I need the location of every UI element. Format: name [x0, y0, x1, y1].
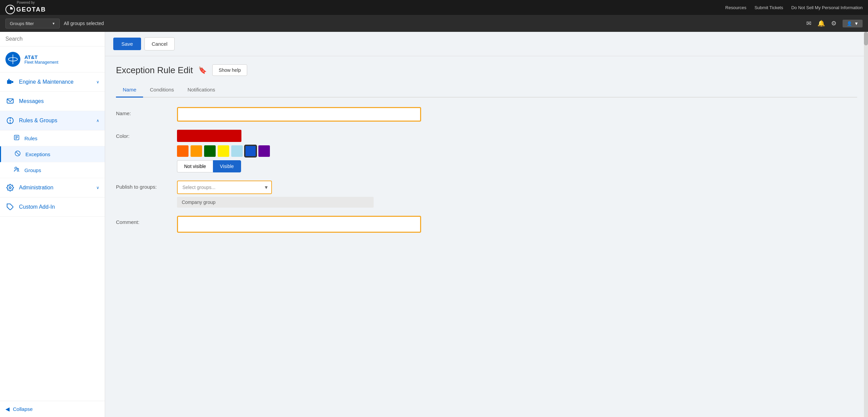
- geotab-brand-text: GEOTAB: [16, 6, 46, 13]
- svg-point-20: [9, 187, 11, 189]
- color-swatch-orange-red[interactable]: [177, 145, 189, 157]
- save-button[interactable]: Save: [113, 38, 141, 50]
- user-dropdown-arrow: ▼: [854, 21, 859, 26]
- rules-sub-label: Rules: [24, 135, 37, 141]
- collapse-label: Collapse: [13, 406, 33, 412]
- rules-groups-label: Rules & Groups: [19, 118, 57, 124]
- administration-arrow-icon: ∨: [96, 185, 99, 190]
- not-visible-button[interactable]: Not visible: [177, 160, 213, 172]
- form-row-name: Name:: [116, 107, 421, 122]
- groups-filter-arrow-icon: ▼: [52, 22, 55, 25]
- form-section: Name: Color:: [116, 107, 421, 233]
- color-swatch-purple[interactable]: [258, 145, 270, 157]
- select-groups-wrapper: Select groups... ▼: [177, 181, 272, 194]
- svg-rect-4: [7, 80, 12, 84]
- tab-conditions[interactable]: Conditions: [143, 83, 181, 98]
- form-row-color: Color: Not visible: [116, 130, 421, 172]
- groups-sub-label: Groups: [24, 167, 41, 173]
- svg-rect-6: [8, 79, 10, 80]
- color-control: Not visible Visible: [177, 130, 421, 172]
- select-groups-dropdown[interactable]: Select groups...: [177, 181, 272, 194]
- rules-sub-icon: [14, 134, 20, 142]
- tab-name[interactable]: Name: [116, 83, 143, 98]
- collapse-icon: ◀: [5, 406, 9, 412]
- gear-icon-button[interactable]: ⚙: [831, 20, 836, 27]
- publish-control: Select groups... ▼ Company group: [177, 181, 421, 208]
- submit-tickets-link[interactable]: Submit Tickets: [754, 5, 783, 10]
- color-swatches: [177, 145, 421, 157]
- page-header: Exception Rule Edit 🔖 Show help: [116, 64, 857, 76]
- comment-control: [177, 216, 421, 233]
- logo: Powered by GEOTAB: [5, 1, 46, 14]
- groups-filter-value: All groups selected: [64, 21, 104, 26]
- sidebar-item-administration[interactable]: Administration ∨: [0, 178, 105, 197]
- page-body: Exception Rule Edit 🔖 Show help Name Con…: [105, 56, 868, 417]
- sidebar-search: [0, 32, 105, 46]
- att-logo-icon: [8, 54, 18, 64]
- filter-bar-icons: ✉ 🔔 ⚙ 👤 ▼: [806, 20, 863, 27]
- name-input[interactable]: [177, 107, 421, 122]
- rules-groups-arrow-icon: ∧: [96, 118, 99, 123]
- visibility-buttons: Not visible Visible: [177, 160, 421, 172]
- exceptions-sub-label: Exceptions: [25, 151, 50, 157]
- sidebar-item-rules-groups[interactable]: Rules & Groups ∧: [0, 111, 105, 130]
- groups-filter-button[interactable]: Groups filter ▼: [5, 19, 60, 28]
- publish-label: Publish to groups:: [116, 181, 170, 190]
- custom-addon-icon: [5, 202, 15, 212]
- engine-maintenance-label: Engine & Maintenance: [19, 79, 74, 85]
- top-bar: Powered by GEOTAB Resources Submit Ticke…: [0, 0, 868, 15]
- color-display[interactable]: [177, 130, 241, 142]
- svg-line-17: [16, 152, 20, 155]
- resources-link[interactable]: Resources: [725, 5, 746, 10]
- sidebar-sub-item-exceptions[interactable]: Exceptions: [0, 146, 105, 162]
- app-layout: AT&T Fleet Management Engine & Maintenan…: [0, 32, 868, 417]
- engine-maintenance-arrow-icon: ∨: [96, 80, 99, 84]
- svg-rect-5: [12, 81, 13, 83]
- color-swatch-yellow[interactable]: [218, 145, 229, 157]
- color-swatch-blue[interactable]: [245, 145, 256, 157]
- page-title: Exception Rule Edit: [116, 65, 193, 76]
- brand-text: AT&T Fleet Management: [24, 54, 58, 65]
- bell-icon-button[interactable]: 🔔: [817, 20, 825, 27]
- cancel-button[interactable]: Cancel: [144, 37, 175, 50]
- comment-input[interactable]: [177, 216, 421, 233]
- tabs: Name Conditions Notifications: [116, 83, 857, 98]
- sidebar-sub-item-groups[interactable]: Groups: [0, 162, 105, 178]
- company-name: AT&T: [24, 54, 58, 60]
- tab-notifications[interactable]: Notifications: [181, 83, 222, 98]
- user-menu-button[interactable]: 👤 ▼: [843, 20, 863, 27]
- administration-label: Administration: [19, 185, 53, 191]
- brand-icon: [5, 52, 20, 67]
- color-swatch-orange[interactable]: [191, 145, 202, 157]
- sidebar-item-messages[interactable]: Messages: [0, 92, 105, 111]
- svg-point-18: [15, 167, 17, 169]
- company-subtitle: Fleet Management: [24, 60, 58, 65]
- privacy-link[interactable]: Do Not Sell My Personal Information: [791, 5, 863, 10]
- show-help-button[interactable]: Show help: [212, 64, 247, 76]
- top-bar-links: Resources Submit Tickets Do Not Sell My …: [725, 5, 863, 10]
- scroll-thumb[interactable]: [864, 32, 868, 45]
- sidebar-sub-item-rules[interactable]: Rules: [0, 130, 105, 146]
- bookmark-icon[interactable]: 🔖: [198, 66, 207, 74]
- sidebar-brand: AT&T Fleet Management: [0, 46, 105, 72]
- main-content: Save Cancel Exception Rule Edit 🔖 Show h…: [105, 32, 868, 417]
- filter-bar: Groups filter ▼ All groups selected ✉ 🔔 …: [0, 15, 868, 32]
- color-swatch-light-blue[interactable]: [231, 145, 243, 157]
- groups-filter-label: Groups filter: [10, 21, 34, 26]
- custom-addon-label: Custom Add-In: [19, 204, 55, 210]
- engine-icon: [5, 77, 15, 87]
- scroll-track: [864, 32, 868, 417]
- svg-point-9: [10, 120, 11, 121]
- geotab-logo-icon: [5, 5, 15, 14]
- administration-icon: [5, 183, 15, 192]
- visible-button[interactable]: Visible: [213, 160, 241, 172]
- mail-icon-button[interactable]: ✉: [806, 20, 811, 27]
- powered-by-text: Powered by: [17, 1, 35, 5]
- messages-label: Messages: [19, 98, 44, 104]
- form-row-publish: Publish to groups: Select groups... ▼ Co…: [116, 181, 421, 208]
- sidebar-collapse[interactable]: ◀ Collapse: [0, 401, 105, 417]
- sidebar-item-custom-addon[interactable]: Custom Add-In: [0, 197, 105, 217]
- search-input[interactable]: [5, 36, 99, 42]
- color-swatch-green[interactable]: [204, 145, 216, 157]
- sidebar-item-engine-maintenance[interactable]: Engine & Maintenance ∨: [0, 72, 105, 92]
